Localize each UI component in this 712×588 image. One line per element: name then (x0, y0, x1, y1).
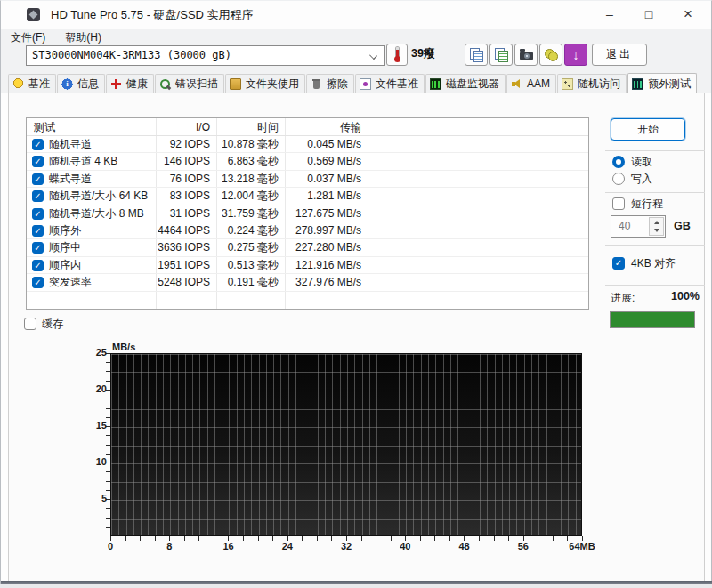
time-value: 10.878 毫秒 (216, 136, 279, 153)
test-name: 随机寻道 4 KB (49, 153, 117, 170)
row-checkbox[interactable] (32, 139, 44, 150)
time-value: 0.275 毫秒 (216, 239, 279, 256)
x-tick-label: 0 (108, 541, 113, 552)
row-checkbox[interactable] (32, 225, 44, 237)
header-time[interactable]: 时间 (216, 118, 279, 136)
tab-aam[interactable]: AAM (506, 74, 556, 93)
tab-folder-usage[interactable]: 文件夹使用 (225, 74, 305, 93)
results-table: 测试 I/O 时间 传输 随机寻道92 IOPS10.878 毫秒0.045 M… (26, 117, 589, 310)
tab-label: AAM (525, 77, 552, 90)
download-arrow-icon: ↓ (573, 49, 579, 61)
temperature-button[interactable] (386, 44, 408, 66)
copy-image-button[interactable] (490, 44, 513, 66)
tab-file-benchmark[interactable]: 文件基准 (355, 74, 425, 93)
read-radio[interactable] (612, 156, 625, 168)
tab-disk-monitor[interactable]: 磁盘监视器 (425, 74, 506, 93)
exit-button[interactable]: 退出 (592, 44, 647, 66)
y-tick-label: 25 (78, 347, 107, 358)
short-stroke-checkbox[interactable] (612, 197, 625, 210)
donate-button[interactable] (539, 44, 562, 66)
tab-extra-tests[interactable]: 额外测试 (627, 73, 697, 93)
copy-text-button[interactable] (465, 44, 488, 66)
download-button[interactable]: ↓ (564, 44, 587, 66)
write-label[interactable]: 写入 (631, 173, 652, 186)
table-row[interactable]: 随机寻道/大小 8 MB31 IOPS31.759 毫秒127.675 MB/s (27, 205, 588, 222)
align-4kb-label[interactable]: 4KB 对齐 (631, 257, 676, 270)
app-logo-icon (27, 8, 40, 21)
cache-checkbox[interactable] (24, 318, 36, 330)
transfer-value: 1.281 MB/s (285, 188, 361, 205)
tab-label: 磁盘监视器 (444, 77, 501, 92)
erase-icon (311, 78, 322, 90)
row-checkbox[interactable] (32, 156, 44, 167)
x-tick-label: 8 (166, 541, 172, 552)
divider (605, 192, 705, 193)
table-header: 测试 I/O 时间 传输 (27, 118, 588, 136)
row-checkbox[interactable] (32, 277, 44, 288)
tab-info[interactable]: 信息 (57, 74, 105, 93)
drive-selector[interactable]: ST30000NM004K-3RM133 (30000 gB) (26, 45, 385, 66)
tab-erase[interactable]: 擦除 (306, 74, 354, 93)
table-row[interactable]: 蝶式寻道76 IOPS13.218 毫秒0.037 MB/s (27, 171, 588, 188)
disk-monitor-icon (430, 78, 441, 90)
app-window: HD Tune Pro 5.75 - 硬盘/SSD 实用程序 – □ × 文件(… (0, 0, 712, 584)
align-4kb-checkbox[interactable] (612, 257, 625, 270)
row-checkbox[interactable] (32, 208, 44, 220)
tab-error-scan[interactable]: 错误扫描 (155, 74, 224, 93)
x-tick-label: 64MB (569, 541, 595, 552)
row-checkbox[interactable] (32, 190, 44, 202)
io-value: 4464 IOPS (156, 222, 210, 239)
spin-up-button[interactable] (650, 218, 663, 227)
tab-health[interactable]: 健康 (106, 74, 154, 93)
tab-label: 错误扫描 (174, 77, 220, 92)
copy-image-icon (495, 48, 508, 61)
menu-help[interactable]: 帮助(H) (55, 29, 111, 45)
tab-label: 擦除 (325, 77, 350, 92)
tab-random-access[interactable]: 随机访问 (557, 74, 627, 93)
row-checkbox[interactable] (32, 260, 44, 271)
menu-file[interactable]: 文件(F) (1, 29, 55, 45)
close-button[interactable]: × (668, 1, 708, 29)
drive-selector-value: ST30000NM004K-3RM133 (30000 gB) (32, 46, 231, 65)
table-row[interactable]: 随机寻道92 IOPS10.878 毫秒0.045 MB/s (27, 136, 588, 153)
row-checkbox[interactable] (32, 173, 44, 185)
time-value: 13.218 毫秒 (216, 171, 279, 188)
title-bar: HD Tune Pro 5.75 - 硬盘/SSD 实用程序 – □ × (1, 1, 711, 29)
spin-down-button[interactable] (650, 227, 663, 236)
table-row[interactable]: 突发速率5248 IOPS0.191 毫秒327.976 MB/s (27, 274, 588, 291)
maximize-button[interactable]: □ (629, 1, 668, 29)
window-shadow (1, 581, 712, 584)
short-stroke-label[interactable]: 短行程 (631, 197, 663, 211)
screenshot-button[interactable] (514, 44, 538, 66)
table-row[interactable]: 随机寻道 4 KB146 IOPS6.863 毫秒0.569 MB/s (27, 153, 588, 170)
cache-label[interactable]: 缓存 (42, 318, 63, 331)
time-value: 31.759 毫秒 (216, 205, 279, 222)
write-radio[interactable] (612, 173, 625, 185)
table-row[interactable]: 随机寻道/大小 64 KB83 IOPS12.004 毫秒1.281 MB/s (27, 188, 588, 205)
table-row[interactable]: 顺序外4464 IOPS0.224 毫秒278.997 MB/s (27, 222, 588, 239)
test-name: 顺序中 (49, 239, 81, 256)
tab-label: 健康 (125, 77, 150, 92)
header-io[interactable]: I/O (156, 118, 210, 136)
header-transfer[interactable]: 传输 (285, 118, 361, 136)
y-tick-label: 5 (78, 493, 107, 503)
coins-icon (545, 49, 557, 60)
copy-text-icon (470, 48, 483, 61)
transfer-value: 278.997 MB/s (285, 222, 361, 239)
transfer-value: 0.037 MB/s (285, 171, 361, 188)
io-value: 1951 IOPS (156, 257, 210, 274)
row-checkbox[interactable] (32, 242, 44, 254)
tab-benchmark[interactable]: 基准 (8, 74, 56, 93)
table-row[interactable]: 顺序内1951 IOPS0.513 毫秒121.916 MB/s (27, 257, 588, 274)
start-button[interactable]: 开始 (611, 118, 685, 141)
x-tick-label: 48 (458, 541, 469, 552)
minimize-button[interactable]: – (590, 1, 629, 29)
size-spinner[interactable]: 40 (611, 215, 666, 238)
time-value: 12.004 毫秒 (216, 188, 279, 205)
table-row[interactable]: 顺序中3636 IOPS0.275 毫秒227.280 MB/s (27, 239, 588, 256)
divider (605, 150, 705, 151)
random-access-icon (562, 78, 573, 90)
read-label[interactable]: 读取 (631, 156, 652, 169)
x-tick-label: 24 (282, 541, 293, 552)
header-test[interactable]: 测试 (34, 118, 55, 136)
